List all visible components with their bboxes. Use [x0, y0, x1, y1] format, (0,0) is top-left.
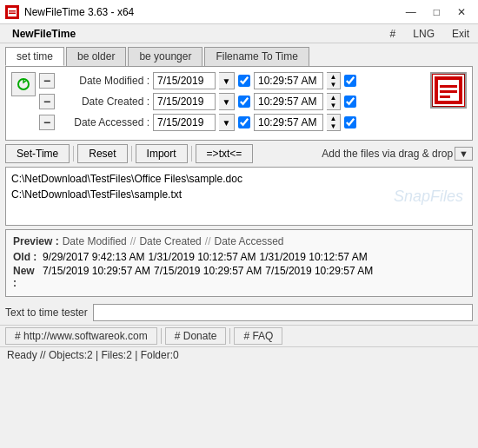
menu-lng[interactable]: LNG: [409, 27, 438, 41]
time-modified-input[interactable]: [254, 72, 323, 89]
date-accessed-row: − Date Accessed : ▼ ▲▼: [39, 114, 427, 131]
time-accessed-spinner[interactable]: ▲▼: [327, 114, 341, 131]
preview-old-label: Old :: [13, 251, 39, 263]
date-modified-input[interactable]: [153, 72, 216, 89]
status-bar: Ready // Objects:2 | Files:2 | Folder:0: [0, 347, 478, 363]
svg-rect-3: [9, 12, 16, 14]
date-created-input[interactable]: [153, 93, 216, 110]
preview-old-val2: 1/31/2019 10:12:57 AM: [148, 251, 256, 263]
date-accessed-label: Date Accessed :: [58, 116, 149, 128]
bottom-links: # http://www.softwareok.com # Donate # F…: [0, 325, 478, 347]
preview-new-row: New : 7/15/2019 10:29:57 AM 7/15/2019 10…: [13, 265, 465, 289]
row-minus-created[interactable]: −: [39, 94, 55, 109]
time-modified-spinner[interactable]: ▲▼: [327, 72, 341, 89]
link-faq[interactable]: # FAQ: [234, 327, 282, 345]
app-name-label: NewFileTime: [5, 26, 83, 42]
link-donate[interactable]: # Donate: [165, 327, 227, 345]
window-controls: — □ ✕: [399, 3, 473, 21]
status-text: Ready // Objects:2 | Files:2 | Folder:0: [7, 349, 179, 361]
time-accessed-checkbox[interactable]: [344, 116, 356, 128]
preview-header: Preview : Date Modified // Date Created …: [13, 235, 465, 247]
preview-new-label: New :: [13, 265, 39, 289]
date-created-row: − Date Created : ▼ ▲▼: [39, 93, 427, 110]
preview-label: Preview :: [13, 235, 59, 247]
svg-rect-9: [440, 96, 450, 98]
preview-new-val1: 7/15/2019 10:29:57 AM: [43, 265, 150, 289]
refresh-button[interactable]: [11, 72, 36, 96]
time-modified-checkbox[interactable]: [344, 75, 356, 87]
preview-new-val2: 7/15/2019 10:29:57 AM: [154, 265, 262, 289]
calendar-accessed-button[interactable]: ▼: [219, 114, 235, 131]
calendar-created-button[interactable]: ▼: [219, 93, 235, 110]
svg-rect-2: [9, 10, 16, 12]
set-time-button[interactable]: Set-Time: [5, 144, 70, 163]
minimize-button[interactable]: —: [399, 3, 423, 21]
time-created-spinner[interactable]: ▲▼: [327, 93, 341, 110]
maximize-button[interactable]: □: [427, 3, 447, 21]
calendar-modified-button[interactable]: ▼: [219, 72, 235, 89]
svg-rect-7: [440, 85, 457, 88]
preview-old-val3: 1/31/2019 10:12:57 AM: [260, 251, 368, 263]
tab-filename-to-time[interactable]: Filename To Time: [204, 47, 309, 66]
import-button[interactable]: Import: [136, 144, 188, 163]
preview-new-val3: 7/15/2019 10:29:57 AM: [265, 265, 373, 289]
date-rows-area: − Date Modified : ▼ ▲▼ − Date Created : …: [39, 72, 427, 135]
time-created-checkbox[interactable]: [344, 96, 356, 108]
preview-col2: Date Created: [139, 235, 201, 247]
main-panel: − Date Modified : ▼ ▲▼ − Date Created : …: [5, 66, 473, 141]
drag-hint: Add the files via drag & drop ▼: [322, 147, 473, 161]
app-big-icon: [430, 72, 467, 109]
row-minus-accessed[interactable]: −: [39, 115, 55, 130]
tab-be-older[interactable]: be older: [66, 47, 126, 66]
bottom-sep1: [161, 328, 162, 344]
file-list-item: C:\NetDownload\TestFiles\sample.txt: [11, 187, 467, 202]
link-website[interactable]: # http://www.softwareok.com: [5, 327, 157, 345]
svg-rect-8: [440, 90, 457, 93]
close-button[interactable]: ✕: [450, 3, 473, 21]
tab-be-younger[interactable]: be younger: [128, 47, 202, 66]
title-bar: NewFileTime 3.63 - x64 — □ ✕: [0, 0, 478, 24]
drag-hint-dropdown[interactable]: ▼: [455, 147, 473, 161]
date-modified-label: Date Modified :: [58, 75, 149, 87]
svg-rect-1: [8, 8, 17, 16]
file-list-item: C:\NetDownload\TestFiles\Office Files\sa…: [11, 171, 467, 187]
menu-exit[interactable]: Exit: [448, 27, 473, 41]
tester-row: Text to time tester: [0, 300, 478, 325]
txt-convert-button[interactable]: =>txt<=: [196, 144, 254, 163]
app-icon: [5, 5, 19, 19]
tab-set-time[interactable]: set time: [5, 47, 64, 66]
preview-sep1: //: [130, 235, 136, 247]
date-accessed-input[interactable]: [153, 114, 216, 131]
date-modified-checkbox[interactable]: [238, 75, 250, 87]
time-created-input[interactable]: [254, 93, 323, 110]
preview-old-row: Old : 9/29/2017 9:42:13 AM 1/31/2019 10:…: [13, 251, 465, 263]
tabs-row: set time be older be younger Filename To…: [0, 43, 478, 66]
preview-col3: Date Accessed: [214, 235, 283, 247]
tester-label: Text to time tester: [5, 306, 88, 319]
window-title: NewFileTime 3.63 - x64: [24, 6, 399, 18]
menu-bar: NewFileTime # LNG Exit: [0, 24, 478, 43]
row-minus-modified[interactable]: −: [39, 73, 55, 89]
time-accessed-input[interactable]: [254, 114, 323, 131]
menu-hash[interactable]: #: [387, 27, 400, 41]
date-accessed-checkbox[interactable]: [238, 116, 250, 128]
icon-area: − Date Modified : ▼ ▲▼ − Date Created : …: [11, 72, 467, 135]
date-modified-row: − Date Modified : ▼ ▲▼: [39, 72, 427, 89]
preview-area: Preview : Date Modified // Date Created …: [5, 229, 473, 297]
tester-input[interactable]: [93, 304, 473, 321]
bottom-sep2: [229, 328, 230, 344]
preview-col1: Date Modified: [63, 235, 127, 247]
reset-button[interactable]: Reset: [77, 144, 127, 163]
app-big-icon-inner: [433, 75, 464, 106]
date-created-checkbox[interactable]: [238, 96, 250, 108]
preview-sep2: //: [205, 235, 211, 247]
date-created-label: Date Created :: [58, 96, 149, 108]
preview-old-val1: 9/29/2017 9:42:13 AM: [43, 251, 144, 263]
file-list-area[interactable]: C:\NetDownload\TestFiles\Office Files\sa…: [5, 167, 473, 226]
action-bar: Set-Time Reset Import =>txt<= Add the fi…: [0, 141, 478, 167]
